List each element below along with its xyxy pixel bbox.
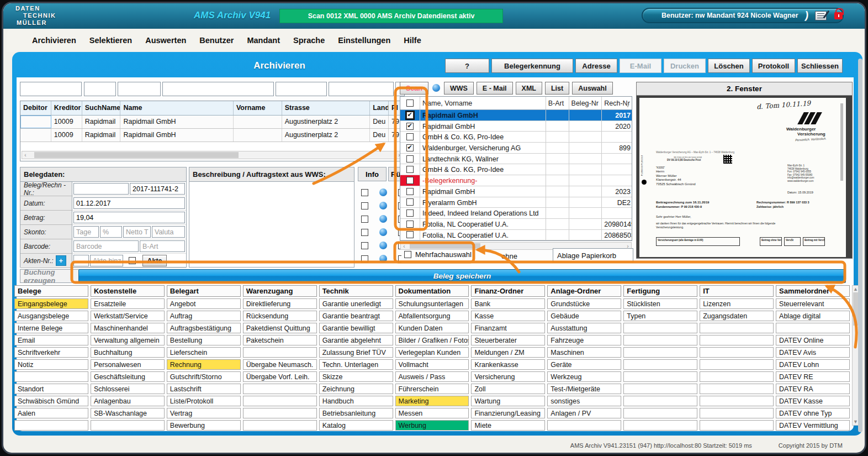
grid-cell-katalog[interactable]: Katalog xyxy=(319,420,393,431)
grid-cell-maschinenhandel[interactable]: Maschinenhandel xyxy=(91,323,165,333)
grid-cell-st-cklisten[interactable]: Stücklisten xyxy=(623,298,697,309)
toolbar-button-l-schen[interactable]: Löschen xyxy=(708,59,750,73)
info-checkbox[interactable] xyxy=(361,202,368,209)
grid-cell[interactable] xyxy=(14,420,88,431)
scroll-left-icon[interactable]: ‹ xyxy=(22,151,29,159)
ablage-papierkorb-field[interactable]: Ablage Papierkorb xyxy=(553,248,633,263)
grid-cell[interactable] xyxy=(700,347,774,358)
grid-cell[interactable] xyxy=(14,371,88,382)
grid-cell[interactable] xyxy=(547,420,621,431)
scroll-up-icon[interactable]: ˅ xyxy=(626,103,629,109)
menu-item-einstellungen[interactable]: Einstellungen xyxy=(338,36,390,45)
menu-item-archivieren[interactable]: Archivieren xyxy=(32,36,76,45)
grid-cell-datev-ohne-typ[interactable]: DATEV ohne Typ xyxy=(776,408,850,418)
grid-cell-garantie-unerledigt[interactable]: Garantie unerledigt xyxy=(319,298,393,309)
grid-cell[interactable] xyxy=(243,347,317,358)
filter-input[interactable] xyxy=(118,82,161,96)
address-col-debitor[interactable]: Debitor xyxy=(20,101,51,115)
grid-cell-aalen[interactable]: Aalen xyxy=(14,408,88,418)
grid-cell-rechnung[interactable]: Rechnung xyxy=(167,359,241,370)
address-col-strasse[interactable]: Strasse xyxy=(282,101,371,115)
grid-cell-zeichnung[interactable]: Zeichnung xyxy=(319,384,393,394)
grid-cell-verwaltung-allgemein[interactable]: Verwaltung allgemein xyxy=(91,335,165,345)
grid-cell-datev-lohn[interactable]: DATEV Lohn xyxy=(776,359,850,370)
tab-e-mail[interactable]: E - Mail xyxy=(477,82,513,95)
document-row[interactable]: GmbH & Co. KG, Pro-Idee xyxy=(400,132,632,143)
grid-cell-sb-waschanlage[interactable]: SB-Waschanlage xyxy=(91,408,165,418)
grid-cell-vertrag[interactable]: Vertrag xyxy=(167,408,241,418)
datum-input[interactable]: 01.12.2017 xyxy=(73,197,185,209)
grid-cell[interactable] xyxy=(623,335,697,345)
grid-cell-betriebsanleitung[interactable]: Betriebsanleitung xyxy=(319,408,393,418)
grid-cell-schlosserei[interactable]: Schlosserei xyxy=(91,384,165,394)
row-checkbox[interactable] xyxy=(406,188,414,195)
grid-cell[interactable] xyxy=(623,396,697,406)
beleg-nr-input[interactable] xyxy=(73,183,129,195)
grid-cell-kasse[interactable]: Kasse xyxy=(471,311,545,321)
grid-cell-datev-kasse[interactable]: DATEV Kasse xyxy=(776,396,850,406)
menu-item-auswerten[interactable]: Auswerten xyxy=(145,36,186,45)
address-col-name[interactable]: Name xyxy=(120,101,233,115)
grid-cell[interactable] xyxy=(700,408,774,418)
betrag-input[interactable]: 19,04 xyxy=(73,212,185,223)
row-checkbox[interactable] xyxy=(406,221,414,228)
address-table-hscrollbar[interactable]: ‹ › xyxy=(22,151,403,159)
info-checkbox[interactable] xyxy=(361,189,368,196)
info-dot-icon[interactable] xyxy=(379,255,387,263)
info-checkbox[interactable] xyxy=(361,242,368,249)
grid-cell-schw-bisch-gm-nd[interactable]: Schwäbisch Gmünd xyxy=(14,396,88,406)
document-row[interactable]: Rapidmail GmbH2020 xyxy=(400,121,632,132)
grid-cell[interactable] xyxy=(700,359,774,370)
filter-input[interactable] xyxy=(329,82,394,96)
grid-cell-schriftverkehr[interactable]: Schriftverkehr xyxy=(14,347,88,358)
row-checkbox[interactable] xyxy=(406,231,414,238)
address-col-suchname[interactable]: SuchName xyxy=(82,101,121,115)
grid-cell-werbung[interactable]: Werbung xyxy=(395,420,469,431)
grid-cell-zugangsdaten[interactable]: Zugangsdaten xyxy=(700,311,774,321)
tab-scan[interactable]: Scan xyxy=(400,82,428,95)
scroll-down-icon[interactable]: ˇ xyxy=(626,232,628,238)
menu-item-hilfe[interactable]: Hilfe xyxy=(404,36,421,45)
address-col-kreditor[interactable]: Kreditor xyxy=(51,101,82,115)
grid-cell[interactable] xyxy=(91,420,165,431)
grid-cell-schulungsunterlagen[interactable]: Schulungsunterlagen xyxy=(395,298,469,309)
grid-cell-anlagenbau[interactable]: Anlagenbau xyxy=(91,396,165,406)
grid-cell-bewerbung[interactable]: Bewerbung xyxy=(167,420,241,431)
mehrfachauswahl-option[interactable]: Mehrfachauswahl xyxy=(404,250,472,259)
grid-cell[interactable] xyxy=(700,335,774,345)
grid-cell-bergabe-vorf-leih[interactable]: Übergabe Vorf. Leih. xyxy=(243,371,317,382)
row-checkbox[interactable] xyxy=(406,133,414,140)
toolbar-button-item[interactable]: ? xyxy=(445,59,489,73)
grid-cell-bestellung[interactable]: Bestellung xyxy=(167,335,241,345)
grid-cell-paketdienst-quittung[interactable]: Paketdienst Quittung xyxy=(243,323,317,333)
info-dot-icon[interactable] xyxy=(379,242,387,249)
address-row[interactable]: 10009RapidmailRapidmail GmbHAugustinerpl… xyxy=(20,129,404,142)
grid-cell-messen[interactable]: Messen xyxy=(395,408,469,418)
grid-cell-lizenzen[interactable]: Lizenzen xyxy=(700,298,774,309)
grid-cell-zoll[interactable]: Zoll xyxy=(471,384,545,394)
grid-cell-test-mietger-te[interactable]: Test-/Mietgeräte xyxy=(547,384,621,394)
add-akte-button[interactable]: + xyxy=(56,255,66,266)
grid-cell-bilder-grafiken-fotos[interactable]: Bilder / Grafiken / Fotos xyxy=(395,335,469,345)
toolbar-button-protokoll[interactable]: Protokoll xyxy=(752,59,795,73)
grid-cell-techn-unterlagen[interactable]: Techn. Unterlagen xyxy=(319,359,393,370)
grid-cell-auftrag[interactable]: Auftrag xyxy=(167,311,241,321)
grid-cell[interactable] xyxy=(623,408,697,418)
grid-cell-grundst-cke[interactable]: Grundstücke xyxy=(547,298,621,309)
row-checkbox[interactable] xyxy=(406,166,414,173)
grid-cell-marketing[interactable]: Marketing xyxy=(395,396,469,406)
akten-nr-input[interactable] xyxy=(73,255,89,266)
menu-item-selektieren[interactable]: Selektieren xyxy=(89,36,132,45)
grid-cell-vollmacht[interactable]: Vollmacht xyxy=(395,359,469,370)
filter-input[interactable] xyxy=(20,82,82,96)
akte-hinzu-input[interactable]: Akte hinz xyxy=(90,255,123,266)
grid-cell-angebot[interactable]: Angebot xyxy=(167,298,241,309)
tab-list[interactable]: List xyxy=(545,82,569,95)
mehrfachauswahl-checkbox[interactable] xyxy=(404,251,411,258)
menu-item-benutzer[interactable]: Benutzer xyxy=(199,36,234,45)
grid-cell-zulassung-brief-t-v[interactable]: Zulassung Brief TÜV xyxy=(319,347,393,358)
grid-cell-bank[interactable]: Bank xyxy=(471,298,545,309)
grid-cell-kunden-daten[interactable]: Kunden Daten xyxy=(395,323,469,333)
row-checkbox[interactable] xyxy=(406,123,414,130)
grid-cell[interactable] xyxy=(623,323,697,333)
